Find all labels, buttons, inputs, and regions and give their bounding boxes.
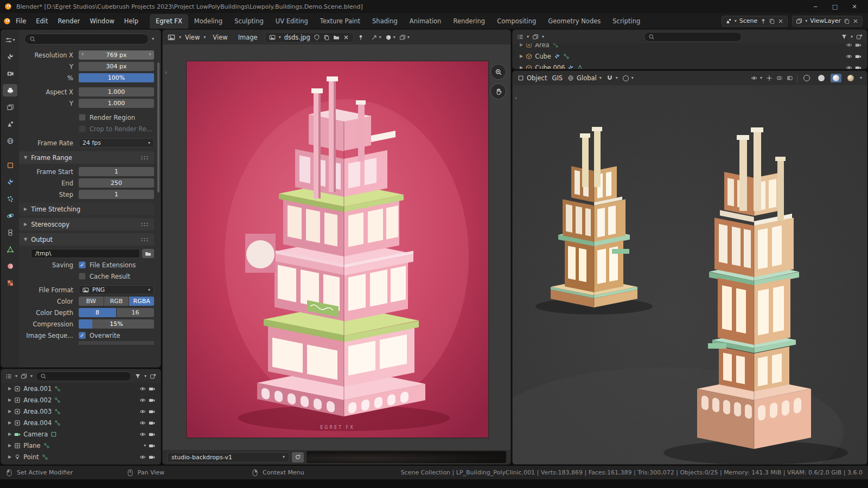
image-datablock-selector[interactable]: ▾ dsds.jpg (265, 32, 354, 43)
viewlayer-properties-tab[interactable] (3, 101, 17, 113)
stereoscopy-section-header[interactable]: ▶ Stereoscopy (19, 218, 154, 230)
hide-eye-icon[interactable] (846, 53, 852, 60)
shading-solid-button[interactable] (816, 74, 827, 82)
fake-user-shield-icon[interactable] (314, 34, 320, 41)
texture-properties-tab[interactable] (3, 277, 17, 289)
chevron-down-icon[interactable]: ▾ (851, 35, 853, 39)
list-item[interactable]: ▶Camera (1, 428, 161, 440)
outliner-editor-icon[interactable] (5, 373, 12, 380)
resolution-y-field[interactable]: 304 px (79, 62, 154, 71)
backdrop-thumbnail[interactable] (307, 451, 506, 463)
outliner-search-input[interactable] (644, 32, 742, 42)
hide-eye-icon[interactable] (139, 431, 146, 438)
world-properties-tab[interactable] (3, 134, 17, 147)
zoom-in-button[interactable] (490, 64, 506, 80)
decrement-arrow-icon[interactable]: ‹ (81, 50, 84, 57)
editor-type-button[interactable]: ▾ (3, 34, 17, 46)
new-viewlayer-icon[interactable] (844, 18, 850, 24)
disable-render-camera-icon[interactable] (149, 454, 155, 460)
outliner-editor-icon[interactable] (517, 34, 524, 40)
transform-orientation-dropdown[interactable]: Global ▾ (567, 74, 602, 82)
duplicate-image-icon[interactable] (323, 34, 330, 41)
pin-icon[interactable] (358, 34, 364, 41)
shading-rendered-button[interactable] (845, 74, 856, 82)
image-editor-mode-dropdown[interactable]: View (185, 34, 200, 41)
compression-slider[interactable]: 15% (79, 319, 154, 329)
workspace-tab-texture-paint[interactable]: Texture Paint (314, 14, 366, 29)
shading-wireframe-button[interactable] (801, 74, 812, 82)
hide-eye-icon[interactable] (139, 386, 146, 392)
new-scene-icon[interactable] (769, 18, 775, 24)
particle-properties-tab[interactable] (3, 192, 17, 205)
chevron-down-icon[interactable]: ▾ (279, 35, 281, 40)
chevron-down-icon[interactable]: ▾ (15, 374, 17, 378)
outliner-search-input[interactable] (36, 371, 131, 381)
new-collection-icon[interactable] (856, 34, 863, 40)
chevron-down-icon[interactable]: ▾ (542, 35, 544, 39)
view-menu[interactable]: View (209, 32, 231, 43)
workspace-tab-animation[interactable]: Animation (404, 14, 448, 29)
list-item[interactable]: ▶Area.001 (1, 383, 161, 394)
menu-file[interactable]: File (11, 15, 31, 28)
frame-start-field[interactable]: 1 (79, 167, 154, 176)
chevron-down-icon[interactable]: ▾ (631, 76, 634, 80)
panel-grip-icon[interactable] (141, 237, 149, 242)
aspect-y-field[interactable]: 1.000 (79, 99, 154, 108)
resolution-pct-slider[interactable]: 100% (79, 73, 154, 82)
minimize-button[interactable]: ─ (806, 1, 825, 12)
overwrite-checkbox[interactable]: ✓ (79, 332, 86, 339)
render-region-checkbox[interactable] (79, 114, 86, 121)
maximize-button[interactable]: □ (826, 1, 844, 12)
color-rgb-option[interactable]: RGB (104, 297, 129, 306)
workspace-tab-egret-fx[interactable]: Egret FX (150, 14, 188, 29)
frame-range-section-header[interactable]: ▼ Frame Range (19, 151, 154, 164)
filter-funnel-icon[interactable] (135, 373, 141, 380)
workspace-tab-rendering[interactable]: Rendering (447, 14, 491, 29)
toolbar-expand-icon[interactable]: › (165, 69, 167, 75)
viewlayer-selector[interactable]: ▾ ViewLayer (792, 16, 863, 27)
shading-material-preview-button[interactable] (831, 74, 841, 82)
viewport-scene[interactable] (513, 85, 867, 465)
output-properties-tab[interactable] (3, 84, 17, 97)
list-item[interactable]: ▶Point (1, 451, 161, 463)
frame-rate-dropdown[interactable]: 24 fps▾ (79, 138, 154, 147)
refresh-backdrop-button[interactable] (292, 452, 304, 463)
workspace-tab-shading[interactable]: Shading (366, 14, 404, 29)
time-stretching-section-header[interactable]: ▶ Time Stretching (19, 203, 154, 215)
increment-arrow-icon[interactable]: › (149, 50, 151, 57)
gizmo-arrow-icon[interactable] (371, 34, 378, 41)
snap-magnet-icon[interactable] (607, 75, 613, 81)
list-item[interactable]: ▶Cube (513, 50, 867, 62)
menu-window[interactable]: Window (85, 15, 119, 28)
list-item[interactable]: ▶Plane▾ (1, 440, 161, 451)
list-item[interactable]: ▶Area.002 (1, 394, 161, 406)
color-rgba-option[interactable]: RGBA (129, 297, 154, 306)
physics-properties-tab[interactable] (3, 209, 17, 222)
hide-eye-icon[interactable] (139, 420, 146, 426)
unlink-image-icon[interactable] (343, 34, 349, 41)
toolbar-expand-icon[interactable]: › (515, 95, 517, 101)
hide-eye-icon[interactable] (846, 65, 852, 70)
output-section-header[interactable]: ▼ Output (19, 233, 154, 246)
hide-eye-icon[interactable] (139, 454, 146, 460)
backdrop-dropdown[interactable]: studio-backdrops-v1 ▾ (167, 452, 289, 463)
menu-help[interactable]: Help (119, 15, 143, 28)
color-bw-option[interactable]: BW (79, 297, 104, 306)
display-mode-icon[interactable] (21, 373, 27, 380)
display-mode-icon[interactable] (532, 34, 539, 40)
file-extensions-checkbox[interactable]: ✓ (79, 261, 86, 268)
chevron-down-icon[interactable]: ▾ (179, 35, 181, 40)
hide-eye-icon[interactable] (139, 397, 146, 403)
frame-end-field[interactable]: 250 (79, 178, 154, 188)
chevron-down-icon[interactable]: ▾ (30, 374, 33, 378)
disable-render-camera-icon[interactable] (149, 408, 155, 415)
menu-edit[interactable]: Edit (31, 15, 53, 28)
shading-options-chevron[interactable]: ▾ (860, 76, 862, 80)
aspect-x-field[interactable]: 1.000 (79, 87, 154, 97)
object-data-properties-tab[interactable] (3, 243, 17, 255)
list-item[interactable]: ▶Cube.006 (513, 62, 867, 69)
constraint-properties-tab[interactable] (3, 226, 17, 239)
workspace-tab-uv-editing[interactable]: UV Editing (270, 14, 314, 29)
list-item[interactable]: ▶Area.003 (1, 406, 161, 417)
render-properties-tab[interactable] (3, 67, 17, 80)
